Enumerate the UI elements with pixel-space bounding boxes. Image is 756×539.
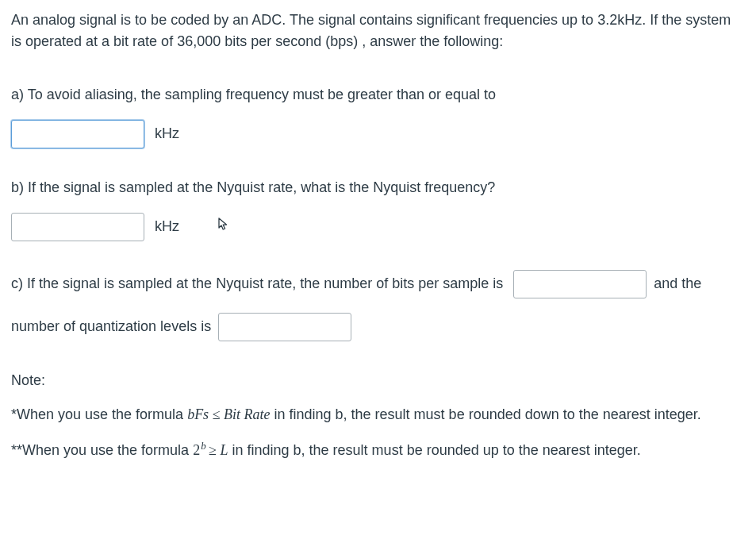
- part-c-text2: number of quantization levels is: [11, 318, 211, 334]
- part-a-prompt: a) To avoid aliasing, the sampling frequ…: [11, 84, 745, 106]
- part-c-input-bits[interactable]: [513, 270, 647, 298]
- note1-suffix: in finding b, the result must be rounded…: [271, 406, 701, 422]
- note2-op: ≥: [205, 442, 221, 458]
- part-c-text1: c) If the signal is sampled at the Nyqui…: [11, 275, 503, 291]
- question-intro: An analog signal is to be coded by an AD…: [11, 10, 745, 52]
- part-c-input-levels[interactable]: [218, 313, 351, 341]
- cursor-icon: [218, 217, 229, 238]
- note-line-2: **When you use the formula 2b ≥ L in fin…: [11, 438, 745, 461]
- note2-rhs: L: [221, 442, 228, 458]
- note1-fs: Fs: [194, 406, 209, 422]
- note1-rhs: Bit Rate: [224, 406, 270, 422]
- note-line-1: *When you use the formula bFs ≤ Bit Rate…: [11, 404, 745, 425]
- part-a-unit: kHz: [155, 125, 179, 141]
- note2-base: 2: [193, 442, 200, 458]
- part-c-text-after1: and the: [654, 275, 701, 291]
- part-b-prompt: b) If the signal is sampled at the Nyqui…: [11, 177, 745, 198]
- part-b-unit: kHz: [155, 218, 179, 234]
- part-a-input[interactable]: [11, 120, 144, 148]
- part-b-input[interactable]: [11, 213, 144, 241]
- intro-text: An analog signal is to be coded by an AD…: [11, 12, 731, 49]
- note2-prefix: **When you use the formula: [11, 442, 193, 458]
- note2-exp: b: [201, 440, 205, 452]
- note1-prefix: *When you use the formula: [11, 406, 187, 422]
- note1-b: b: [187, 406, 194, 422]
- note-section: Note: *When you use the formula bFs ≤ Bi…: [11, 370, 745, 461]
- part-b: b) If the signal is sampled at the Nyqui…: [11, 177, 745, 241]
- part-c: c) If the signal is sampled at the Nyqui…: [11, 270, 745, 341]
- note2-suffix: in finding b, the result must be rounded…: [228, 442, 641, 458]
- part-a: a) To avoid aliasing, the sampling frequ…: [11, 84, 745, 148]
- note1-op: ≤: [209, 406, 224, 422]
- note-heading: Note:: [11, 370, 745, 391]
